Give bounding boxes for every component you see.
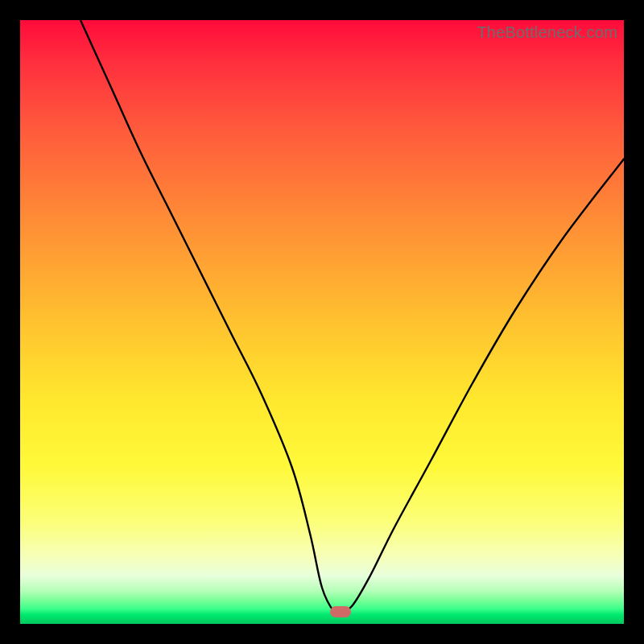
optimal-point-marker [330,606,351,617]
bottleneck-curve [20,20,624,624]
plot-area: TheBottleneck.com [20,20,624,624]
chart-frame: TheBottleneck.com [0,0,644,644]
